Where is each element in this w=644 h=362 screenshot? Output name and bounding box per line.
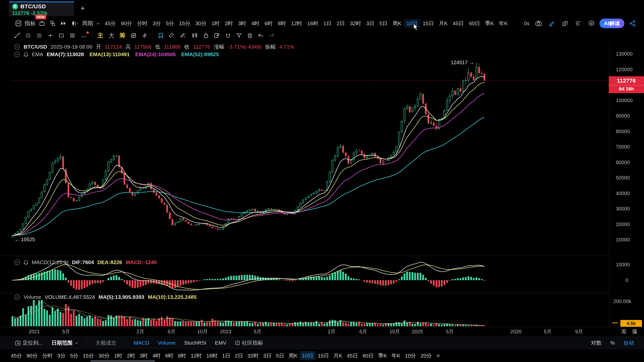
main-chart-button[interactable]: 主 (97, 31, 103, 40)
date-range-dropdown[interactable]: 日期范围 (52, 339, 78, 346)
new-pane-icon[interactable] (562, 20, 568, 26)
trend-line-icon[interactable] (14, 32, 20, 39)
timeframe-季K[interactable]: 季K (482, 19, 496, 28)
indicator-tab-StochRSI[interactable]: StochRSI (184, 340, 206, 346)
auto-scale-button[interactable]: 自动 (623, 339, 634, 346)
brush-icon[interactable] (180, 32, 186, 39)
timeframe-2日[interactable]: 2日 (232, 351, 245, 360)
alert-bell-icon[interactable] (24, 52, 28, 57)
timeframe-月K[interactable]: 月K (436, 19, 450, 28)
timeframe-分时[interactable]: 分时 (135, 19, 150, 28)
timeframe-5日[interactable]: 5日 (274, 351, 287, 360)
percent-scale-button[interactable]: % (610, 340, 615, 346)
replay-icon[interactable] (60, 20, 67, 26)
timeframe-2时[interactable]: 2时 (125, 351, 138, 360)
timeframe-10日[interactable]: 10日 (300, 351, 315, 360)
timeframe-8时[interactable]: 8时 (176, 351, 188, 360)
timeframe-10分[interactable]: 10分 (403, 351, 418, 360)
timeframe-60日[interactable]: 60日 (466, 19, 482, 28)
timeframe-12时[interactable]: 12时 (188, 351, 204, 360)
burst-axis-button[interactable]: 爆 (632, 328, 637, 335)
chips-axis-button[interactable]: 筹 (621, 328, 627, 335)
indicator-label[interactable]: 指标 (25, 20, 36, 27)
timeframe-年K[interactable]: 年K (389, 351, 403, 360)
cross-line-icon[interactable] (47, 32, 53, 39)
timeframe-5日[interactable]: 5日 (377, 19, 390, 28)
timeframe-3分[interactable]: 3分 (55, 351, 68, 360)
timeframe-30分[interactable]: 30分 (96, 351, 112, 360)
timeframe-6时[interactable]: 6时 (262, 19, 275, 28)
timeframe-4时[interactable]: 4时 (150, 351, 163, 360)
edit-note-icon[interactable] (214, 32, 220, 39)
timeframe-1日[interactable]: 1日 (321, 19, 334, 28)
indicator-chart-icon[interactable] (15, 20, 21, 26)
undo-icon[interactable] (258, 32, 264, 39)
timeframe-32时[interactable]: 32时 (347, 19, 364, 28)
timeframe-3日[interactable]: 3日 (261, 351, 274, 360)
timeframe-20分[interactable]: 20分 (418, 351, 434, 360)
timeframe-32时[interactable]: 32时 (245, 351, 261, 360)
timeframe-10日[interactable]: 10日 (404, 19, 420, 28)
eraser-icon[interactable] (169, 32, 175, 39)
chart-type-icon[interactable] (71, 20, 79, 26)
large-view-button[interactable]: 大 (108, 31, 114, 40)
timeframe-90分[interactable]: 90分 (118, 19, 134, 28)
timeframe-2日[interactable]: 2日 (334, 19, 347, 28)
settings-gear-icon[interactable] (588, 20, 595, 27)
timeframe-15分[interactable]: 15分 (177, 19, 193, 28)
timeframe-1日[interactable]: 1日 (220, 351, 233, 360)
timeframe-90分[interactable]: 90分 (24, 351, 40, 360)
timeframe-12时[interactable]: 12时 (289, 19, 305, 28)
timeframe-3分[interactable]: 3分 (150, 19, 164, 28)
timeframe-16时[interactable]: 16时 (204, 351, 220, 360)
timeframe-2时[interactable]: 2时 (222, 19, 236, 28)
filter-funnel-icon[interactable] (236, 32, 242, 39)
timeframe-季K[interactable]: 季K (376, 351, 389, 360)
timeframe-3时[interactable]: 3时 (235, 19, 249, 28)
parallel-lines-icon[interactable] (36, 32, 42, 39)
camera-icon[interactable] (535, 20, 542, 26)
timeframe-周K[interactable]: 周K (390, 19, 404, 28)
timeframe-3日[interactable]: 3日 (364, 19, 377, 28)
timeframe-15分[interactable]: 15分 (80, 351, 96, 360)
locate-button[interactable]: 定位到... (15, 339, 43, 346)
timeframe-15日[interactable]: 15日 (315, 351, 331, 360)
pattern-candles-icon[interactable] (191, 32, 198, 39)
horizontal-lines-icon[interactable] (25, 32, 31, 39)
collapse-chevron-icon[interactable] (14, 294, 20, 300)
tab-btcusd[interactable]: B BTC/USD 112776 -2.53% (9, 2, 74, 16)
chips-button[interactable]: 筹 (119, 31, 126, 40)
new-tab-button[interactable]: + (80, 4, 85, 13)
collapse-chevron-icon[interactable] (14, 44, 20, 50)
timeframe-16时[interactable]: 16时 (305, 19, 321, 28)
timeframe-45分[interactable]: 45分 (9, 351, 24, 360)
multi-chart-icon[interactable] (50, 20, 56, 26)
timeframe-5分[interactable]: 5分 (163, 19, 177, 28)
timeframe-45分[interactable]: 45分 (102, 19, 118, 28)
compare-arrows-icon[interactable] (142, 32, 148, 39)
bookmark-icon[interactable] (158, 32, 164, 39)
redo-icon[interactable] (269, 32, 275, 39)
timeframe-4时[interactable]: 4时 (249, 19, 262, 28)
lock-icon[interactable] (203, 32, 209, 39)
rectangle-icon[interactable] (58, 32, 64, 39)
horizontal-scrollbar-thumb[interactable] (91, 360, 155, 362)
timeframe-月K[interactable]: 月K (331, 351, 345, 360)
more-tools-icon[interactable] (80, 32, 87, 39)
timeframe-年K[interactable]: 年K (496, 19, 510, 28)
alert-bell-icon[interactable] (24, 260, 28, 265)
timeframe-45日[interactable]: 45日 (450, 19, 466, 28)
community-indicator-button[interactable]: 社区指标 (235, 339, 263, 346)
timeframe-8时[interactable]: 8时 (275, 19, 289, 28)
timeframe-5分[interactable]: 5分 (68, 351, 80, 360)
timeframe-1时[interactable]: 1时 (112, 351, 125, 360)
ai-analysis-button[interactable]: AI解读 (599, 19, 624, 28)
indicator-tab-Volume[interactable]: Volume (158, 340, 175, 346)
list-settings-icon[interactable] (575, 20, 581, 26)
timeframe-60日[interactable]: 60日 (360, 351, 376, 360)
trash-icon[interactable] (247, 32, 253, 39)
draw-pencil-icon[interactable] (549, 20, 555, 26)
timeframe-周K[interactable]: 周K (287, 351, 300, 360)
template-icon[interactable] (39, 20, 45, 26)
large-trades-button[interactable]: 大额成交 (95, 339, 116, 346)
